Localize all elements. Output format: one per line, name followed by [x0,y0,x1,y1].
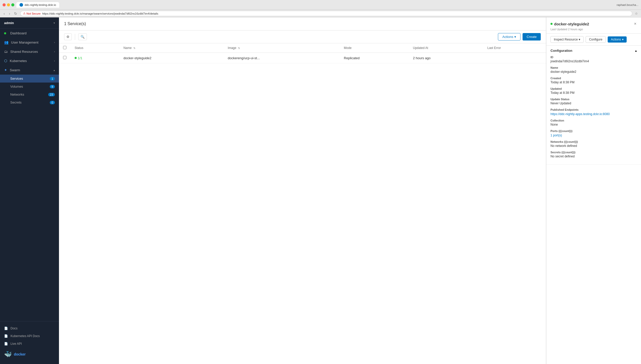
docker-wordmark: docker [14,352,26,356]
sidebar-swarm-header[interactable]: ✦ Swarm ▴ [0,65,59,75]
sidebar-swarm-label: Swarm [10,68,20,72]
browser-tab[interactable]: ddc-nightly.testing.dckr.io [16,2,59,8]
configure-label: Configure [589,38,602,41]
status-dot-icon [75,57,77,59]
table-container: Status Name ⇅ Image ⇅ [59,43,546,364]
sidebar-kubernetes-label: Kubernetes [10,59,27,63]
field-secrets-value: No secret defined [550,155,637,158]
maximize-window-btn[interactable] [11,3,14,6]
services-table: Status Name ⇅ Image ⇅ [59,43,546,63]
close-window-btn[interactable] [3,3,6,6]
panel-field-created: Created Today at 8:38 PM [550,77,637,84]
actions-button[interactable]: Actions ▾ [498,33,520,41]
footer-live-api[interactable]: 📄 Live API [0,340,59,348]
settings-button[interactable]: ⚙ [64,33,72,40]
kubernetes-icon: ⬡ [4,59,7,63]
tab-label: ddc-nightly.testing.dckr.io [25,3,56,6]
field-id-value: jxwdndai7d6l2ns16zdbl7im4 [550,59,637,63]
sidebar-item-dashboard[interactable]: Dashboard [0,29,59,38]
inspect-resource-button[interactable]: Inspect Resource ▾ [550,36,584,43]
row-name-cell[interactable]: docker-styleguide2 [119,53,224,63]
row-image-cell: dockereng/ucp-ui-st... [224,53,340,63]
field-created-label: Created [550,77,637,80]
services-label: Services [10,77,23,80]
panel-field-published-endpoints: Published Endpoints https://ddc-nightly-… [550,108,637,116]
k8s-api-docs-label: Kubernetes API Docs [11,334,40,338]
search-button[interactable]: 🔍 [78,33,87,40]
col-image-header[interactable]: Image ⇅ [224,43,340,53]
sidebar-item-user-management[interactable]: 👥 User Management › [0,38,59,47]
sidebar: admin ▾ Dashboard 👥 User Management › 🗂 … [0,17,59,364]
main-content: 1 Service(s) ⚙ 🔍 Actions ▾ Create [59,17,641,364]
col-name-header[interactable]: Name ⇅ [119,43,224,53]
browser-toolbar: ☆ [634,11,638,16]
panel-field-networks: Networks ({{count}}) No network defined [550,140,637,148]
back-button[interactable]: ‹ [3,11,6,16]
panel-actions-chevron-icon: ▾ [622,38,624,41]
ports-link[interactable]: 1 port(s) [550,134,562,137]
minimize-window-btn[interactable] [7,3,10,6]
volumes-label: Volumes [10,85,23,88]
status-indicator: 1/1 [75,56,115,60]
content-area: 1 Service(s) ⚙ 🔍 Actions ▾ Create [59,17,641,364]
browser-chrome: ddc-nightly.testing.dckr.io raphael.bouc… [0,0,641,10]
sidebar-item-shared-resources[interactable]: 🗂 Shared Resources › [0,47,59,56]
toolbar-separator [75,34,75,40]
live-api-label: Live API [11,342,22,346]
close-panel-button[interactable]: × [634,21,637,27]
published-endpoints-link[interactable]: https://ddc-nightly-apps.testing.dckr.io… [550,112,610,116]
field-id-label: ID [550,56,637,59]
sidebar-item-networks[interactable]: Networks 23 [0,90,59,98]
configure-button[interactable]: Configure [586,36,606,43]
tab-favicon [19,3,23,7]
row-checkbox[interactable] [63,56,66,59]
create-button[interactable]: Create [523,33,541,41]
sidebar-item-services[interactable]: Services 1 [0,75,59,83]
sidebar-header[interactable]: admin ▾ [0,17,59,29]
user-management-icon: 👥 [4,40,8,44]
panel-section-header[interactable]: Configuration ▴ [550,49,637,53]
forward-button[interactable]: › [8,11,11,16]
panel-field-updated: Updated Today at 8:38 PM [550,87,637,95]
panel-actions-label: Actions [611,38,621,41]
name-sort-icon: ⇅ [133,47,135,49]
field-networks-label: Networks ({{count}}) [550,140,637,143]
row-checkbox-cell [59,53,71,63]
col-status-header: Status [71,43,119,53]
footer-docs[interactable]: 📄 Docs [0,325,59,332]
sidebar-footer: 📄 Docs 📄 Kubernetes API Docs 📄 Live API … [0,321,59,364]
secrets-badge: 0 [50,101,55,104]
panel-field-ports: Ports ({{count}}) 1 port(s) [550,129,637,137]
user-mgmt-chevron: › [54,41,55,44]
secrets-label: Secrets [10,100,22,104]
not-secure-indicator: ⚠ Not Secure [23,12,41,15]
sidebar-item-kubernetes[interactable]: ⬡ Kubernetes › [0,56,59,65]
field-ports-label: Ports ({{count}}) [550,129,637,133]
bookmark-icon[interactable]: ☆ [634,11,638,16]
field-update-status-value: Never Updated [550,102,637,105]
col-checkbox-header [59,43,71,53]
field-secrets-label: Secrets ({{count}}) [550,151,637,154]
toolbar-right: Actions ▾ Create [498,33,541,41]
reload-button[interactable]: ↻ [13,11,18,16]
swarm-chevron: ▴ [54,69,55,72]
k8s-api-docs-icon: 📄 [4,334,8,338]
table-section: 1 Service(s) ⚙ 🔍 Actions ▾ Create [59,17,546,364]
volumes-badge: 9 [50,85,55,88]
panel-actions-button[interactable]: Actions ▾ [608,36,626,43]
docs-label: Docs [11,327,17,330]
sidebar-item-volumes[interactable]: Volumes 9 [0,83,59,90]
table-head-row: Status Name ⇅ Image ⇅ [59,43,546,53]
sidebar-item-secrets[interactable]: Secrets 0 [0,98,59,106]
networks-badge: 23 [48,93,55,96]
field-updated-value: Today at 8:38 PM [550,91,637,95]
footer-k8s-api-docs[interactable]: 📄 Kubernetes API Docs [0,332,59,340]
table-header: 1 Service(s) [59,17,546,31]
docs-page-icon: 📄 [4,327,8,330]
panel-service-name: docker-styleguide2 [550,22,589,26]
table-row[interactable]: 1/1 docker-styleguide2 dockereng/ucp-ui-… [59,53,546,63]
select-all-checkbox[interactable] [63,46,66,49]
address-bar[interactable]: ⚠ Not Secure https://ddc-nightly.testing… [20,11,632,16]
url-text: https://ddc-nightly.testing.dckr.io/mana… [42,12,158,15]
sidebar-admin-label: admin [4,21,14,25]
